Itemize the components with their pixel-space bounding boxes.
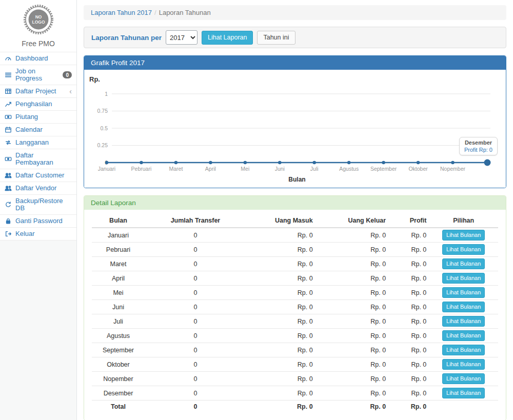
calendar-icon <box>5 126 12 133</box>
table-cell: Rp. 0 <box>388 314 429 329</box>
table-icon <box>5 88 12 95</box>
lihat-bulanan-button[interactable]: Lihat Bulanan <box>442 230 485 241</box>
column-header-bulan: Bulan <box>92 214 145 228</box>
svg-text:Mei: Mei <box>241 166 249 172</box>
sidebar-item-label: Daftar Pembayaran <box>15 152 72 166</box>
table-total-row: Total0Rp. 0Rp. 0Rp. 0 <box>92 401 498 413</box>
lihat-bulanan-button[interactable]: Lihat Bulanan <box>442 330 485 341</box>
profit-chart-panel: Grafik Profit 2017 Rp.10.750.50.250Janua… <box>84 55 506 188</box>
table-cell: Nopember <box>92 372 145 386</box>
svg-text:April: April <box>205 166 216 172</box>
brand-name: Free PMO <box>0 39 76 48</box>
sidebar-item-job-on-progress[interactable]: Job on Progress0 <box>0 65 76 85</box>
sidebar-item-daftar-vendor[interactable]: Daftar Vendor <box>0 182 76 195</box>
table-cell: 0 <box>145 372 246 386</box>
svg-text:Juli: Juli <box>310 166 319 172</box>
sidebar-item-label: Penghasilan <box>15 101 52 108</box>
table-cell: 0 <box>145 386 246 401</box>
svg-text:Januari: Januari <box>98 166 115 172</box>
table-cell: 0 <box>145 343 246 357</box>
table-cell: Rp. 0 <box>315 286 389 300</box>
lihat-bulanan-button[interactable]: Lihat Bulanan <box>442 316 485 327</box>
table-cell: Rp. 0 <box>246 357 315 372</box>
table-cell: Pebruari <box>92 243 145 257</box>
sidebar-item-label: Job on Progress <box>15 68 59 82</box>
table-cell: Agustus <box>92 329 145 343</box>
table-cell-action: Lihat Bulanan <box>429 329 498 343</box>
chart-panel-title: Grafik Profit 2017 <box>84 56 506 70</box>
breadcrumb-link-laporan-tahun[interactable]: Laporan Tahun 2017 <box>91 9 152 16</box>
table-cell: Rp. 0 <box>315 314 389 329</box>
filter-label: Laporan Tahunan per <box>91 34 162 42</box>
chart-tooltip: Desember Profit Rp: 0 <box>459 137 498 155</box>
table-cell: Rp. 0 <box>388 257 429 271</box>
sidebar-item-piutang[interactable]: Piutang <box>0 111 76 124</box>
lihat-bulanan-button[interactable]: Lihat Bulanan <box>442 287 485 298</box>
table-cell: Rp. 0 <box>315 300 389 314</box>
table-cell: 0 <box>145 228 246 243</box>
sidebar-item-penghasilan[interactable]: Penghasilan <box>0 98 76 111</box>
this-year-button[interactable]: Tahun ini <box>257 31 295 45</box>
lihat-bulanan-button[interactable]: Lihat Bulanan <box>442 359 485 370</box>
sidebar-item-label: Dashboard <box>15 55 48 62</box>
sidebar-item-label: Daftar Customer <box>15 172 64 179</box>
sidebar-item-keluar[interactable]: Keluar <box>0 228 76 241</box>
lihat-bulanan-button[interactable]: Lihat Bulanan <box>442 258 485 269</box>
column-header-pilihan: Pilihan <box>429 214 498 228</box>
table-cell: Rp. 0 <box>388 357 429 372</box>
sidebar-top: NO LOGO Free PMO <box>0 0 76 52</box>
table-cell: Rp. 0 <box>315 372 389 386</box>
table-total-cell: Rp. 0 <box>388 401 429 413</box>
svg-text:LOGO: LOGO <box>32 19 45 25</box>
sidebar-item-label: Daftar Project <box>15 88 56 95</box>
table-cell-action: Lihat Bulanan <box>429 271 498 286</box>
breadcrumb-separator: / <box>154 9 156 16</box>
svg-text:Bulan: Bulan <box>288 176 305 183</box>
svg-text:Pebruari: Pebruari <box>131 166 152 172</box>
sidebar-item-daftar-project[interactable]: Daftar Project‹ <box>0 85 76 98</box>
table-cell: Rp. 0 <box>246 386 315 401</box>
table-cell: Rp. 0 <box>246 329 315 343</box>
lihat-bulanan-button[interactable]: Lihat Bulanan <box>442 302 485 312</box>
sidebar-item-calendar[interactable]: Calendar <box>0 124 76 136</box>
table-cell-action: Lihat Bulanan <box>429 228 498 243</box>
table-cell: Rp. 0 <box>388 329 429 343</box>
table-row-juli: Juli0Rp. 0Rp. 0Rp. 0Lihat Bulanan <box>92 314 498 329</box>
lihat-bulanan-button[interactable]: Lihat Bulanan <box>442 373 485 384</box>
table-cell: Rp. 0 <box>388 271 429 286</box>
sidebar-item-label: Ganti Password <box>15 217 63 225</box>
no-logo-badge: NO LOGO <box>23 4 54 35</box>
table-cell-action: Lihat Bulanan <box>429 300 498 314</box>
lihat-bulanan-button[interactable]: Lihat Bulanan <box>442 388 485 398</box>
table-cell: Rp. 0 <box>315 243 389 257</box>
table-total-cell: Total <box>92 401 145 413</box>
year-select[interactable]: 2017 <box>166 30 198 45</box>
chevron-left-icon: ‹ <box>69 89 72 94</box>
view-report-button[interactable]: Lihat Laporan <box>202 31 253 45</box>
table-cell-action: Lihat Bulanan <box>429 386 498 401</box>
sidebar-item-ganti-password[interactable]: Ganti Password <box>0 215 76 228</box>
detail-panel-title: Detail Laporan <box>84 196 506 210</box>
lihat-bulanan-button[interactable]: Lihat Bulanan <box>442 244 485 255</box>
sidebar-item-daftar-customer[interactable]: Daftar Customer <box>0 169 76 182</box>
table-cell: Rp. 0 <box>315 228 389 243</box>
chart-area: Rp.10.750.50.250JanuariPebruariMaretApri… <box>84 70 506 188</box>
sidebar-item-label: Backup/Restore DB <box>15 197 72 212</box>
table-cell: Rp. 0 <box>315 357 389 372</box>
lihat-bulanan-button[interactable]: Lihat Bulanan <box>442 273 485 284</box>
sidebar-item-label: Piutang <box>15 113 38 121</box>
lihat-bulanan-button[interactable]: Lihat Bulanan <box>442 345 485 355</box>
users-icon <box>5 185 12 192</box>
table-cell: Rp. 0 <box>315 257 389 271</box>
svg-text:September: September <box>370 166 397 172</box>
report-filter-bar: Laporan Tahunan per 2017 Lihat Laporan T… <box>84 27 506 48</box>
sidebar-item-backup-restore-db[interactable]: Backup/Restore DB <box>0 195 76 215</box>
table-row-agustus: Agustus0Rp. 0Rp. 0Rp. 0Lihat Bulanan <box>92 329 498 343</box>
table-cell: Rp. 0 <box>388 372 429 386</box>
table-cell: Rp. 0 <box>315 343 389 357</box>
table-row-mei: Mei0Rp. 0Rp. 0Rp. 0Lihat Bulanan <box>92 286 498 300</box>
sidebar-item-langganan[interactable]: Langganan <box>0 136 76 149</box>
table-cell-action: Lihat Bulanan <box>429 243 498 257</box>
sidebar-item-daftar-pembayaran[interactable]: Daftar Pembayaran <box>0 149 76 169</box>
sidebar-item-dashboard[interactable]: Dashboard <box>0 52 76 65</box>
